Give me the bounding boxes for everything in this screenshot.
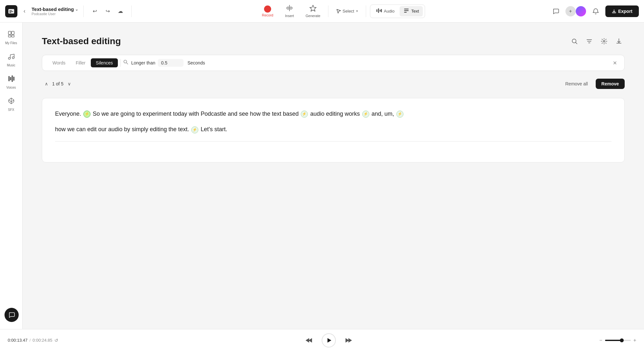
audio-view-icon xyxy=(376,8,382,15)
sidebar-item-music[interactable]: Music xyxy=(2,50,21,70)
audio-view-button[interactable]: Audio xyxy=(372,6,398,16)
svg-rect-13 xyxy=(404,9,409,9)
voices-icon xyxy=(7,75,15,84)
svg-rect-1 xyxy=(9,10,12,11)
app-logo[interactable] xyxy=(5,5,17,17)
generate-button[interactable]: Generate xyxy=(302,3,324,20)
sidebar-item-sfx[interactable]: SFX xyxy=(2,94,21,114)
toolbar-actions: ↩ ↪ ☁ xyxy=(89,5,126,17)
search-button[interactable] xyxy=(569,35,580,47)
add-avatar-group: + xyxy=(565,6,586,16)
add-collaborator-button[interactable]: + xyxy=(565,6,576,16)
play-button[interactable] xyxy=(322,333,336,347)
export-button[interactable]: Export xyxy=(605,5,639,17)
generate-icon xyxy=(309,5,317,13)
longer-than-label: Longer than xyxy=(131,60,155,65)
svg-point-32 xyxy=(124,60,127,63)
record-button[interactable]: Record xyxy=(258,4,277,19)
insert-button[interactable]: Insert xyxy=(280,3,299,20)
silence-marker-2[interactable]: ⚡ xyxy=(301,111,308,118)
filter-search-group: Longer than Seconds xyxy=(123,59,205,67)
player-volume: − + xyxy=(599,337,636,343)
my-files-label: My Files xyxy=(5,41,17,45)
text-content: Everyone. ⚡ So we are going to experimen… xyxy=(42,98,625,162)
nav-bar: ∧ 1 of 5 ∨ Remove all Remove xyxy=(42,76,625,92)
svg-rect-24 xyxy=(12,75,13,82)
rewind-button[interactable] xyxy=(302,334,315,347)
nav-right: Remove all Remove xyxy=(562,79,625,89)
nav-left: ∧ 1 of 5 ∨ xyxy=(42,79,74,88)
svg-rect-14 xyxy=(404,10,409,11)
forward-button[interactable] xyxy=(342,334,355,347)
sidebar-item-voices[interactable]: Voices xyxy=(2,72,21,92)
svg-rect-12 xyxy=(381,9,382,12)
silence-marker-1[interactable]: ⚡ xyxy=(83,111,90,118)
notifications-button[interactable] xyxy=(590,5,601,17)
silence-marker-4[interactable]: ⚡ xyxy=(396,111,403,118)
cloud-save-button[interactable]: ☁ xyxy=(115,5,126,17)
text-view-icon xyxy=(403,8,409,15)
page-title-text: Text-based editing xyxy=(42,36,121,46)
remove-all-button[interactable]: Remove all xyxy=(562,79,592,88)
filter-tab-words[interactable]: Words xyxy=(47,58,71,67)
svg-rect-23 xyxy=(10,77,11,80)
redo-button[interactable]: ↪ xyxy=(102,5,113,17)
volume-slider[interactable] xyxy=(605,340,631,341)
view-toggle: Audio Text xyxy=(370,5,425,18)
nav-up-button[interactable]: ∧ xyxy=(42,79,51,88)
record-label: Record xyxy=(262,13,273,17)
back-button[interactable]: ‹ xyxy=(20,7,29,16)
volume-plus-button[interactable]: + xyxy=(633,337,636,343)
project-chevron[interactable]: ⌄ xyxy=(75,7,78,12)
paragraph-2: how we can edit our audio by simply edit… xyxy=(55,124,611,134)
player-controls xyxy=(58,333,600,347)
sfx-icon xyxy=(7,97,15,107)
filter-bar: Words Filler Silences Longer than Second… xyxy=(42,55,625,71)
main-layout: My Files Music Voices xyxy=(0,23,644,329)
remove-button[interactable]: Remove xyxy=(596,79,625,89)
insert-icon xyxy=(286,5,293,13)
select-button[interactable]: Select ▾ xyxy=(332,7,362,16)
undo-button[interactable]: ↩ xyxy=(89,5,100,17)
svg-rect-15 xyxy=(404,12,407,13)
settings-button[interactable] xyxy=(598,35,610,47)
page-header: Text-based editing xyxy=(42,35,625,47)
filter-tab-filler[interactable]: Filler xyxy=(71,58,90,67)
svg-rect-10 xyxy=(378,8,379,13)
text-segment-3: and, um, xyxy=(372,111,394,117)
filter-close-button[interactable]: ✕ xyxy=(610,58,619,67)
music-icon xyxy=(7,53,15,62)
svg-line-33 xyxy=(127,63,128,64)
volume-minus-button[interactable]: − xyxy=(599,337,602,343)
download-button[interactable] xyxy=(613,35,625,47)
voices-label: Voices xyxy=(6,86,16,89)
duration-input[interactable] xyxy=(158,59,184,67)
svg-point-21 xyxy=(12,57,14,59)
project-subtitle: Podcastle User xyxy=(32,12,78,16)
filter-tab-silences[interactable]: Silences xyxy=(91,58,118,67)
project-title: Text-based editing ⌄ xyxy=(32,6,78,12)
nav-down-button[interactable]: ∨ xyxy=(65,79,74,88)
chat-button[interactable] xyxy=(5,308,19,322)
insert-label: Insert xyxy=(285,14,294,18)
text-view-button[interactable]: Text xyxy=(400,6,423,16)
user-avatar[interactable] xyxy=(576,6,586,16)
generate-label: Generate xyxy=(306,14,320,18)
svg-marker-36 xyxy=(327,338,331,343)
silence-marker-3[interactable]: ⚡ xyxy=(362,111,369,118)
refresh-button[interactable]: ↺ xyxy=(54,338,58,343)
filter-button[interactable] xyxy=(583,35,595,47)
svg-rect-18 xyxy=(8,35,11,37)
bottom-player: 0:00:13.47 / 0:00:24.85 ↺ − xyxy=(0,329,644,351)
comment-button[interactable] xyxy=(550,5,562,17)
silence-marker-5[interactable]: ⚡ xyxy=(191,126,198,133)
toolbar-divider-2 xyxy=(131,5,132,17)
volume-fill xyxy=(605,340,622,341)
sidebar-item-my-files[interactable]: My Files xyxy=(2,28,21,47)
svg-rect-11 xyxy=(380,10,381,12)
player-time: 0:00:13.47 / 0:00:24.85 ↺ xyxy=(8,338,58,343)
svg-point-20 xyxy=(8,57,10,59)
text-segment-4: how we can edit our audio by simply edit… xyxy=(55,126,189,132)
export-label: Export xyxy=(618,9,632,14)
toolbar-divider-4 xyxy=(366,5,366,17)
